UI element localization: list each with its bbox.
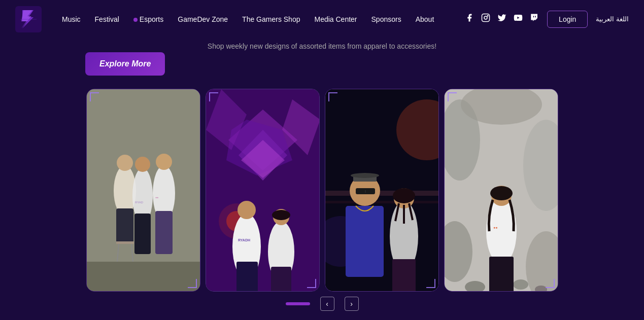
nav-item-festival[interactable]: Festival: [95, 15, 119, 23]
svg-rect-19: [155, 211, 173, 254]
twitter-icon[interactable]: [497, 13, 506, 25]
hero-subtitle: Shop weekly new designs of assorted item…: [0, 38, 644, 50]
svg-text:RYADH: RYADH: [238, 238, 250, 242]
svg-point-6: [487, 15, 488, 16]
svg-point-54: [393, 188, 415, 203]
svg-point-72: [490, 186, 513, 200]
carousel-dot-indicator[interactable]: [286, 302, 310, 305]
carousel-card-1[interactable]: RYAD ●●: [86, 89, 200, 292]
svg-rect-22: [116, 241, 134, 244]
svg-point-15: [135, 157, 150, 172]
carousel-card-2[interactable]: RYADH: [206, 89, 320, 292]
explore-more-button[interactable]: Explore More: [85, 52, 165, 76]
svg-rect-4: [482, 14, 490, 22]
svg-point-12: [117, 155, 133, 171]
arabic-language-link[interactable]: اللغة العربية: [596, 15, 629, 23]
svg-rect-46: [325, 201, 439, 203]
svg-point-41: [272, 210, 290, 220]
svg-rect-71: [489, 257, 514, 292]
nav-right: Login اللغة العربية: [465, 11, 629, 28]
svg-point-18: [156, 154, 172, 170]
svg-text:●●: ●●: [493, 226, 497, 229]
nav-links: Music Festival Esports GameDev Zone The …: [62, 15, 465, 23]
nav-item-esports[interactable]: Esports: [133, 15, 163, 23]
svg-point-5: [484, 16, 487, 19]
svg-rect-45: [325, 191, 439, 196]
svg-text:●●: ●●: [155, 196, 158, 199]
nav-item-music[interactable]: Music: [62, 15, 81, 23]
carousel-card-3[interactable]: [325, 89, 439, 292]
carousel-prev-button[interactable]: ‹: [320, 297, 334, 311]
carousel-cards: RYAD ●●: [0, 89, 644, 297]
youtube-icon[interactable]: [514, 13, 523, 25]
carousel-next-button[interactable]: ›: [345, 297, 359, 311]
svg-rect-10: [87, 262, 200, 292]
svg-point-67: [513, 279, 528, 290]
nav-item-about[interactable]: About: [416, 15, 434, 23]
nav-item-gamedev-zone[interactable]: GameDev Zone: [178, 15, 228, 23]
svg-point-35: [238, 201, 256, 219]
svg-rect-36: [236, 262, 258, 292]
main-content: Shop weekly new designs of assorted item…: [0, 38, 644, 320]
svg-point-59: [351, 173, 379, 178]
nav-item-media-center[interactable]: Media Center: [314, 15, 357, 23]
twitch-icon[interactable]: [530, 13, 539, 25]
svg-rect-53: [392, 259, 416, 292]
carousel-card-4[interactable]: ●●: [444, 89, 558, 292]
svg-text:RYAD: RYAD: [135, 201, 144, 204]
instagram-icon[interactable]: [481, 13, 490, 25]
social-icons: [465, 13, 539, 25]
facebook-icon[interactable]: [465, 13, 474, 25]
svg-rect-13: [116, 208, 133, 244]
svg-rect-16: [134, 214, 151, 254]
nav-item-gamers-shop[interactable]: The Gamers Shop: [242, 15, 300, 23]
logo[interactable]: [15, 6, 42, 32]
svg-rect-40: [271, 267, 291, 292]
login-button[interactable]: Login: [547, 11, 588, 28]
svg-rect-47: [346, 206, 384, 277]
carousel-nav-controls: ‹ ›: [286, 297, 359, 311]
navbar: Music Festival Esports GameDev Zone The …: [0, 0, 644, 38]
esports-dot: [133, 18, 138, 22]
nav-item-sponsors[interactable]: Sponsors: [371, 15, 401, 23]
